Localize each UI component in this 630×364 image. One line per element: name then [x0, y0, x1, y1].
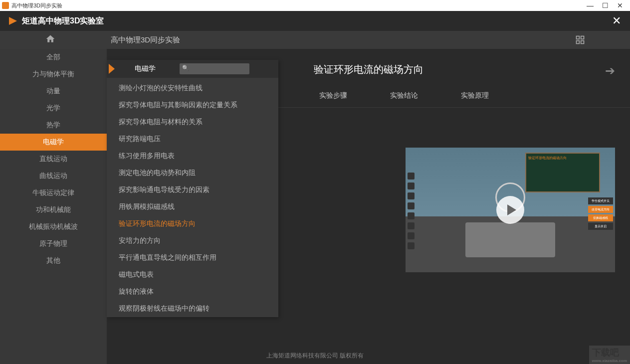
maximize-button[interactable]: ☐: [602, 2, 608, 8]
scene-toolbar: [408, 173, 416, 249]
experiment-video[interactable]: 验证环形电流的磁场方向 学生模式开关改变电流方向切换磁感线显示开启: [406, 148, 615, 272]
sidebar-item-11[interactable]: 原子物理: [0, 235, 107, 252]
submenu-item-13[interactable]: 观察阴极射线在磁场中的偏转: [107, 300, 278, 317]
experiment-submenu: 电磁学 测绘小灯泡的伏安特性曲线探究导体电阻与其影响因素的定量关系探究导体电阻与…: [107, 60, 278, 317]
search-input[interactable]: [180, 63, 249, 74]
sidebar-item-8[interactable]: 牛顿运动定律: [0, 184, 107, 201]
submenu-item-1[interactable]: 探究导体电阻与其影响因素的定量关系: [107, 97, 278, 114]
submenu-item-5[interactable]: 测定电池的电动势和内阻: [107, 165, 278, 182]
sidebar-item-5[interactable]: 电磁学: [0, 134, 107, 151]
sidebar-item-9[interactable]: 功和机械能: [0, 201, 107, 218]
navbar: 高中物理3D同步实验: [0, 31, 630, 49]
submenu-arrow-icon: [109, 64, 115, 74]
panel-button-1[interactable]: 改变电流方向: [588, 206, 613, 213]
submenu-item-9[interactable]: 安培力的方向: [107, 232, 278, 249]
search-icon: [180, 64, 249, 72]
app-title: 矩道高中物理3D实验室: [22, 16, 104, 26]
scene-panel: 学生模式开关改变电流方向切换磁感线显示开启: [588, 197, 613, 230]
home-icon[interactable]: [45, 34, 56, 46]
tab-3[interactable]: 实验原理: [457, 89, 493, 102]
minimize-button[interactable]: —: [587, 2, 593, 8]
panel-button-3[interactable]: 显示开启: [588, 223, 613, 230]
submenu-item-10[interactable]: 平行通电直导线之间的相互作用: [107, 249, 278, 266]
submenu-item-2[interactable]: 探究导体电阻与材料的关系: [107, 114, 278, 131]
next-arrow-icon[interactable]: ➔: [605, 64, 615, 78]
sidebar-item-12[interactable]: 其他: [0, 252, 107, 269]
tab-2[interactable]: 实验结论: [386, 89, 422, 102]
svg-rect-0: [577, 36, 580, 39]
sidebar-item-6[interactable]: 直线运动: [0, 151, 107, 168]
window-title: 高中物理3D同步实验: [11, 2, 62, 9]
footer-copyright: 上海矩道网络科技有限公司 版权所有: [0, 352, 630, 360]
sidebar-item-10[interactable]: 机械振动机械波: [0, 218, 107, 235]
submenu-item-0[interactable]: 测绘小灯泡的伏安特性曲线: [107, 80, 278, 97]
grid-view-icon[interactable]: [575, 35, 585, 45]
logo-icon: [9, 17, 17, 25]
window-titlebar: 高中物理3D同步实验 — ☐ ✕: [0, 0, 630, 11]
panel-button-0[interactable]: 学生模式开关: [588, 197, 613, 204]
close-button[interactable]: ✕: [617, 2, 623, 8]
category-sidebar: 全部力与物体平衡动量光学热学电磁学直线运动曲线运动牛顿运动定律功和机械能机械振动…: [0, 49, 107, 364]
sidebar-item-7[interactable]: 曲线运动: [0, 168, 107, 184]
watermark: 下载吧 www.xiazaiba.com: [589, 346, 630, 364]
sidebar-item-0[interactable]: 全部: [0, 49, 107, 66]
submenu-title: 电磁学: [135, 64, 180, 73]
submenu-item-6[interactable]: 探究影响通电导线受力的因素: [107, 182, 278, 198]
sidebar-item-2[interactable]: 动量: [0, 83, 107, 100]
submenu-item-8[interactable]: 验证环形电流的磁场方向: [107, 215, 278, 232]
submenu-item-3[interactable]: 研究路端电压: [107, 131, 278, 148]
tab-1[interactable]: 实验步骤: [315, 89, 351, 102]
submenu-item-12[interactable]: 旋转的液体: [107, 283, 278, 300]
svg-rect-2: [577, 41, 580, 44]
app-header: 矩道高中物理3D实验室 ✕: [0, 11, 630, 31]
app-icon: [2, 2, 9, 9]
app-close-icon[interactable]: ✕: [612, 14, 621, 27]
play-icon: [507, 204, 516, 215]
sidebar-item-1[interactable]: 力与物体平衡: [0, 66, 107, 83]
sidebar-item-4[interactable]: 热学: [0, 117, 107, 134]
svg-rect-3: [581, 41, 584, 44]
sidebar-item-3[interactable]: 光学: [0, 100, 107, 117]
submenu-item-11[interactable]: 磁电式电表: [107, 266, 278, 283]
panel-button-2[interactable]: 切换磁感线: [588, 214, 613, 221]
submenu-item-7[interactable]: 用铁屑模拟磁感线: [107, 198, 278, 215]
submenu-item-4[interactable]: 练习使用多用电表: [107, 148, 278, 165]
play-button[interactable]: [496, 196, 524, 224]
blackboard: 验证环形电流的磁场方向: [525, 153, 600, 192]
nav-title: 高中物理3D同步实验: [111, 35, 180, 45]
svg-rect-1: [581, 36, 584, 39]
